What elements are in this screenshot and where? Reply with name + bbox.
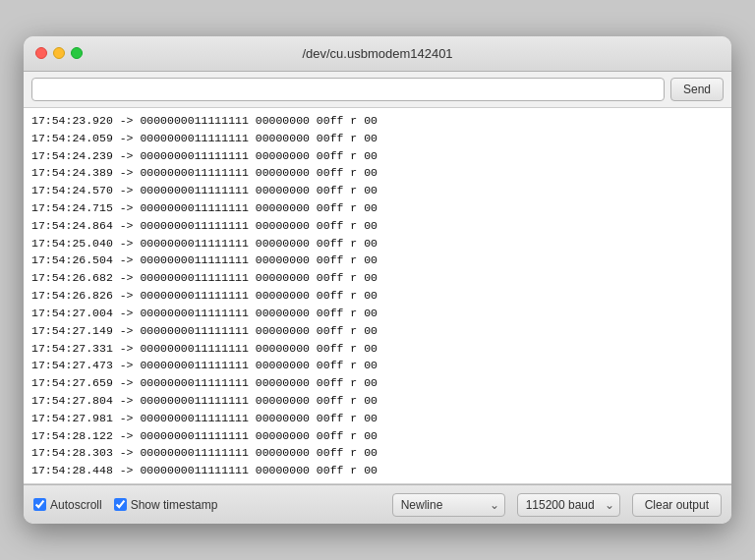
log-line: 17:54:24.715 -> 0000000011111111 0000000… [31,199,724,217]
log-line: 17:54:26.682 -> 0000000011111111 0000000… [31,269,724,287]
log-line: 17:54:27.981 -> 0000000011111111 0000000… [31,410,724,427]
log-line: 17:54:27.659 -> 0000000011111111 0000000… [31,374,724,392]
output-area: 17:54:23.920 -> 0000000011111111 0000000… [24,108,731,484]
show-timestamp-group: Show timestamp [114,498,218,512]
send-button[interactable]: Send [670,78,724,101]
close-button[interactable] [35,47,47,59]
window-title: /dev/cu.usbmodem142401 [302,46,452,61]
titlebar: /dev/cu.usbmodem142401 [24,36,731,72]
show-timestamp-checkbox[interactable] [114,498,127,511]
serial-input[interactable] [31,78,665,101]
log-line: 17:54:27.331 -> 0000000011111111 0000000… [31,340,724,358]
autoscroll-checkbox[interactable] [33,498,46,511]
newline-select[interactable]: NewlineNo line endingCarriage returnBoth… [392,493,505,517]
autoscroll-label: Autoscroll [50,498,102,512]
log-line: 17:54:27.804 -> 0000000011111111 0000000… [31,392,724,410]
clear-output-button[interactable]: Clear output [632,493,722,517]
log-line: 17:54:24.864 -> 0000000011111111 0000000… [31,217,724,235]
baud-select-wrapper: 300 baud1200 baud2400 baud4800 baud9600 … [517,493,620,517]
autoscroll-group: Autoscroll [33,498,102,512]
maximize-button[interactable] [71,47,83,59]
newline-select-wrapper: NewlineNo line endingCarriage returnBoth… [392,493,505,517]
log-line: 17:54:24.239 -> 0000000011111111 0000000… [31,147,724,165]
log-line: 17:54:25.040 -> 0000000011111111 0000000… [31,235,724,252]
log-line: 17:54:27.473 -> 0000000011111111 0000000… [31,357,724,374]
baud-select[interactable]: 300 baud1200 baud2400 baud4800 baud9600 … [517,493,620,517]
log-line: 17:54:28.303 -> 0000000011111111 0000000… [31,444,724,462]
log-line: 17:54:26.504 -> 0000000011111111 0000000… [31,252,724,269]
log-line: 17:54:24.059 -> 0000000011111111 0000000… [31,130,724,147]
log-line: 17:54:27.004 -> 0000000011111111 0000000… [31,305,724,322]
minimize-button[interactable] [53,47,65,59]
log-line: 17:54:27.149 -> 0000000011111111 0000000… [31,322,724,340]
show-timestamp-label: Show timestamp [131,498,218,512]
log-line: 17:54:23.920 -> 0000000011111111 0000000… [31,112,724,130]
main-window: /dev/cu.usbmodem142401 Send 17:54:23.920… [24,36,731,524]
log-line: 17:54:28.448 -> 0000000011111111 0000000… [31,462,724,479]
statusbar: Autoscroll Show timestamp NewlineNo line… [24,484,731,524]
log-line: 17:54:24.389 -> 0000000011111111 0000000… [31,164,724,182]
traffic-lights [35,47,83,59]
log-line: 17:54:24.570 -> 0000000011111111 0000000… [31,182,724,199]
input-toolbar: Send [24,72,731,108]
log-line: 17:54:28.122 -> 0000000011111111 0000000… [31,427,724,445]
log-line: 17:54:26.826 -> 0000000011111111 0000000… [31,287,724,305]
